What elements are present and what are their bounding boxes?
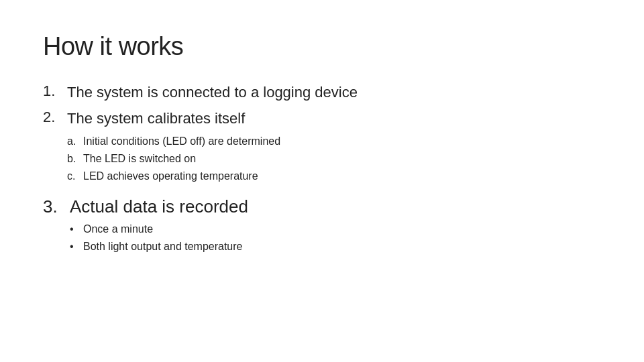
sub-label-2b: b. [67,151,83,167]
bullet-list-3: • Once a minute • Both light output and … [70,221,601,255]
sub-item-2b: b. The LED is switched on [67,151,601,167]
bullet-text-3a: Once a minute [83,221,153,237]
main-list: 1. The system is connected to a logging … [43,82,601,256]
list-content-2: The system calibrates itself a. Initial … [67,109,601,191]
bullet-text-3b: Both light output and temperature [83,239,243,255]
sub-label-2c: c. [67,168,83,184]
list-text-1: The system is connected to a logging dev… [67,84,358,101]
slide: How it works 1. The system is connected … [0,0,644,362]
list-text-3: Actual data is recorded [70,196,248,217]
bullet-dot-3b: • [70,239,83,255]
list-item-2: 2. The system calibrates itself a. Initi… [43,109,601,191]
list-number-2: 2. [43,109,67,126]
list-number-3: 3. [43,196,70,217]
sub-text-2b: The LED is switched on [83,151,196,167]
list-text-2: The system calibrates itself [67,110,245,127]
list-item-1: 1. The system is connected to a logging … [43,82,601,103]
sub-item-2c: c. LED achieves operating temperature [67,168,601,184]
sub-text-2c: LED achieves operating temperature [83,168,258,184]
bullet-item-3b: • Both light output and temperature [70,239,601,255]
bullet-dot-3a: • [70,221,83,237]
list-content-1: The system is connected to a logging dev… [67,82,601,103]
list-content-3: Actual data is recorded • Once a minute … [70,196,601,256]
sub-label-2a: a. [67,133,83,149]
sub-list-2: a. Initial conditions (LED off) are dete… [67,133,601,184]
sub-text-2a: Initial conditions (LED off) are determi… [83,133,280,149]
list-item-3: 3. Actual data is recorded • Once a minu… [43,196,601,256]
sub-item-2a: a. Initial conditions (LED off) are dete… [67,133,601,149]
list-number-1: 1. [43,82,67,100]
bullet-item-3a: • Once a minute [70,221,601,237]
slide-title: How it works [43,32,601,61]
